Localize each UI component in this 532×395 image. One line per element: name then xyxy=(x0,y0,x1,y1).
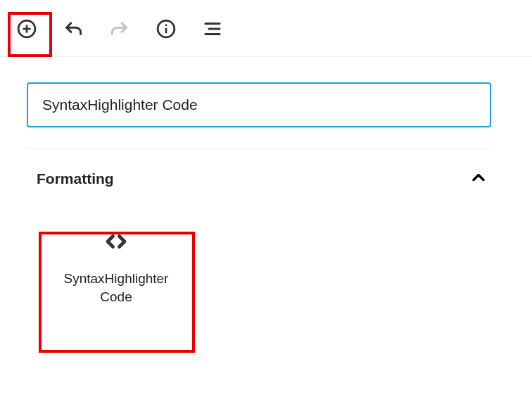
undo-button[interactable] xyxy=(56,13,90,46)
info-button[interactable] xyxy=(149,13,183,46)
block-item-label: SyntaxHighlighter Code xyxy=(64,270,169,306)
blocks-grid: SyntaxHighlighter Code xyxy=(27,206,491,327)
redo-button[interactable] xyxy=(103,13,137,46)
list-icon xyxy=(202,18,223,42)
chevron-up-icon xyxy=(469,168,488,190)
category-toggle-formatting[interactable]: Formatting xyxy=(27,149,491,206)
undo-icon xyxy=(63,18,84,42)
outline-button[interactable] xyxy=(196,13,229,46)
plus-circle-icon xyxy=(16,18,37,42)
category-label: Formatting xyxy=(37,170,114,187)
code-icon xyxy=(103,229,129,257)
block-item-syntaxhighlighter-code[interactable]: SyntaxHighlighter Code xyxy=(42,208,190,327)
redo-icon xyxy=(109,18,130,42)
add-block-button[interactable] xyxy=(10,13,44,46)
editor-toolbar xyxy=(0,0,532,57)
info-icon xyxy=(156,18,177,42)
svg-point-4 xyxy=(165,24,167,26)
block-inserter-panel: Formatting SyntaxHighlighter Code xyxy=(0,60,521,327)
search-input[interactable] xyxy=(27,82,491,127)
